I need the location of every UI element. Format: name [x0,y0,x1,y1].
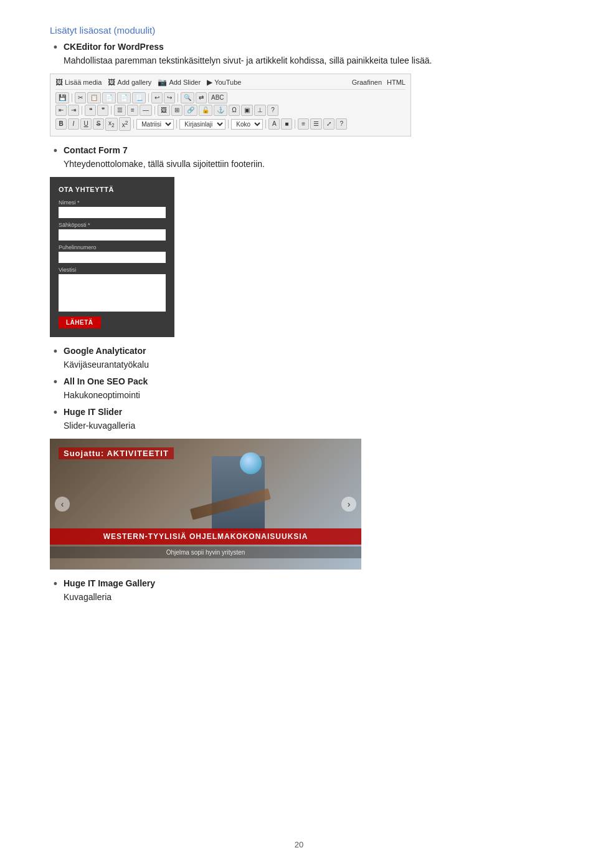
ckeditor-title: CKEditor for WordPress [64,42,164,52]
ck-unlink-btn[interactable]: 🔓 [199,105,212,116]
huge-slider-title: Huge IT Slider [64,407,122,417]
ckeditor-toolbar-mock: 🖼 Lisää media 🖼 Add gallery 📷 Add Slider… [50,74,411,136]
seo-pack-bullet: • All In One SEO Pack [50,376,548,388]
cf7-viesti-textarea[interactable] [59,274,166,312]
ck-toolbar-row1: 💾 ✂ 📋 📄 📄 📃 ↩ ↪ 🔍 ⇄ ABC [55,92,406,103]
cf7-submit-button[interactable]: LÄHETÄ [59,317,101,328]
ck-top-bar: 🖼 Lisää media 🖼 Add gallery 📷 Add Slider… [55,78,406,90]
ck-add-gallery[interactable]: 🖼 Add gallery [108,78,151,87]
ck-link-btn[interactable]: 🔗 [184,105,197,116]
ck-align-left-btn[interactable]: ≡ [298,118,309,130]
ck-paste3-btn[interactable]: 📃 [132,92,146,103]
ck-italic-btn[interactable]: I [68,118,79,130]
bullet-dot-slider: • [50,407,61,418]
slider-arrow-right[interactable]: › [341,497,356,512]
ck-bold-btn[interactable]: B [55,118,67,130]
page-number: 20 [0,840,598,849]
cf7-form-mock: OTA YHTEYTTÄ Nimesi * Sähköposti * Puhel… [50,177,174,337]
ck-ul-btn[interactable]: ☰ [114,105,126,116]
slider-red-band: WESTERN-TYYLISIÄ OHJELMAKOKONAISUUKSIA [50,528,361,545]
seo-pack-title: All In One SEO Pack [64,376,148,386]
ckeditor-description: Mahdollistaa paremman tekstinkäsittelyn … [50,54,548,67]
ck-sep6 [154,106,155,115]
ck-undo-btn[interactable]: ↩ [151,92,163,103]
ck-align-center-btn[interactable]: ☰ [310,118,322,130]
ck-quote-btn[interactable]: ❝ [85,105,96,116]
ck-underline-btn[interactable]: U [80,118,92,130]
ck-sep4 [82,106,82,115]
ck-sep1 [72,93,72,102]
ck-maximize-btn[interactable]: ⤢ [323,118,335,130]
ck-sub-btn[interactable]: x2 [105,118,118,131]
ck-ol-btn[interactable]: ≡ [127,105,138,116]
bullet-dot-ckeditor: • [50,42,61,53]
cf7-nimi-label: Nimesi * [59,199,166,206]
google-analyticator-bullet: • Google Analyticator [50,346,548,357]
ck-img-btn[interactable]: 🖼 [158,105,170,116]
ck-add-slider[interactable]: 📷 Add Slider [158,78,201,87]
bullet-dot-seo: • [50,376,61,388]
section-title: Lisätyt lisäosat (moduulit) [50,25,548,36]
slider-tagline: Ohjelma sopii hyvin yritysten [50,546,361,558]
ck-sep9 [228,120,229,128]
ck-save-btn[interactable]: 💾 [55,92,69,103]
cf7-viesti-label: Viestisi [59,267,166,273]
ck-outdent-btn[interactable]: ⇥ [68,105,79,116]
cf7-title: Contact Form 7 [64,145,128,155]
cf7-form-title: OTA YHTEYTTÄ [59,186,166,193]
bullet-dot-ga: • [50,346,61,357]
ck-kirjasinlaji-select[interactable]: Kirjasinlaji [179,119,225,130]
slider-arrow-left[interactable]: ‹ [55,497,70,512]
ck-youtube[interactable]: ▶ YouTube [207,78,241,87]
ck-lisaa-media[interactable]: 🖼 Lisää media [55,78,102,87]
ck-anchor-btn[interactable]: ⚓ [214,105,227,116]
ck-spell-btn[interactable]: ABC [208,92,227,103]
ck-sep7 [133,120,134,128]
ck-source-btn[interactable]: ? [336,118,347,130]
cf7-email-input[interactable] [59,229,166,241]
ckeditor-bullet-item: • CKEditor for WordPress [50,42,548,53]
ck-redo-btn[interactable]: ↪ [164,92,175,103]
ck-sep10 [265,120,266,128]
ck-graafinen-label[interactable]: Graafinen [352,79,382,86]
bullet-dot-cf7: • [50,145,61,156]
cf7-phone-label: Puhelinnumero [59,244,166,250]
seo-pack-description: Hakukoneoptimointi [50,389,548,402]
cf7-email-label: Sähköposti * [59,222,166,228]
ck-copy-btn[interactable]: 📋 [87,92,101,103]
slider-title-band: Suojattu: AKTIVITEETIT [50,447,361,459]
ck-indent-btn[interactable]: ⇤ [55,105,67,116]
cf7-bullet-item: • Contact Form 7 [50,145,548,156]
bullet-dot-gallery: • [50,578,61,589]
ck-pagebreak-btn[interactable]: ⊥ [254,105,266,116]
ck-quote2-btn[interactable]: ❞ [97,105,108,116]
ck-help-btn[interactable]: ? [267,105,278,116]
ck-replace-btn[interactable]: ⇄ [196,92,207,103]
google-analyticator-description: Kävijäseurantatyökalu [50,358,548,371]
ck-bgcolor-btn[interactable]: ■ [281,118,292,130]
slider-title-text: Suojattu: AKTIVITEETIT [59,447,174,459]
ck-strike-btn[interactable]: S [93,118,104,130]
huge-slider-description: Slider-kuvagalleria [50,419,548,432]
ck-iframe-btn[interactable]: ▣ [241,105,253,116]
cf7-nimi-input[interactable] [59,207,166,218]
ck-sep2 [148,93,149,102]
ck-font-select[interactable]: Matriisi [136,119,174,130]
ck-koko-select[interactable]: Koko [231,119,263,130]
image-gallery-title: Huge IT Image Gallery [64,578,155,588]
ck-hr-btn[interactable]: — [140,105,152,116]
ck-fontcolor-btn[interactable]: A [268,118,280,130]
ck-special-btn[interactable]: Ω [229,105,240,116]
ck-paste2-btn[interactable]: 📄 [117,92,131,103]
ck-table-btn[interactable]: ⊞ [171,105,183,116]
ck-toolbar-row3: B I U S x2 x2 Matriisi Kirjasinlaji Koko… [55,117,406,131]
ck-view-toggle: Graafinen HTML [352,79,406,86]
ck-search-btn[interactable]: 🔍 [181,92,194,103]
ck-html-label[interactable]: HTML [387,79,406,86]
ck-sup-btn[interactable]: x2 [119,117,131,131]
ck-sep3 [178,93,178,102]
ck-paste-btn[interactable]: 📄 [102,92,116,103]
ck-cut-btn[interactable]: ✂ [75,92,86,103]
cf7-phone-input[interactable] [59,252,166,263]
ck-sep5 [111,106,112,115]
